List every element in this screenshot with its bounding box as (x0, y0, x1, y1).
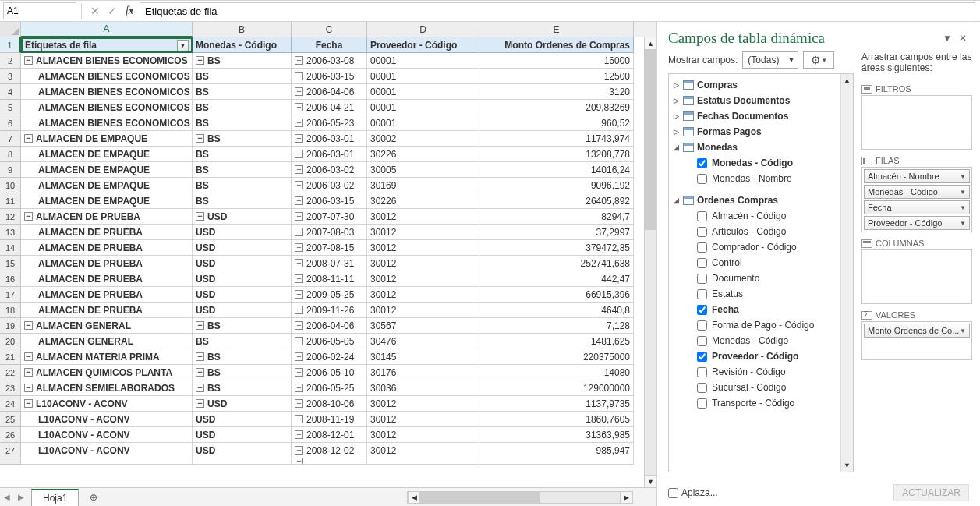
pivot-value-cell[interactable]: 13208,778 (479, 147, 634, 162)
enter-formula-icon[interactable]: ✓ (104, 2, 121, 19)
pivot-row-label[interactable]: ALMACEN GENERAL (21, 334, 193, 349)
expand-tree-icon[interactable]: ▷ (674, 112, 683, 120)
pivot-cell[interactable]: 30567 (367, 318, 479, 334)
pivot-cell[interactable]: −2006-03-01 (292, 147, 367, 162)
scroll-up-icon[interactable]: ▲ (841, 74, 853, 87)
pivot-row-label[interactable]: −ALMACEN QUIMICOS PLANTA (21, 365, 193, 380)
pivot-cell[interactable] (193, 458, 292, 465)
pivot-cell[interactable]: 30012 (367, 427, 479, 443)
pivot-row-label[interactable]: ALMACEN DE PRUEBA (21, 303, 193, 318)
pivot-cell[interactable]: −2008-10-06 (292, 396, 367, 412)
pivot-cell[interactable]: USD (193, 271, 292, 287)
pivot-value-cell[interactable]: 985,947 (479, 443, 634, 458)
area-item[interactable]: Proveedor - Código▼ (864, 216, 970, 230)
pivot-value-cell[interactable]: 26405,892 (479, 193, 634, 209)
pivot-cell[interactable]: −2009-05-25 (292, 287, 367, 303)
name-box[interactable]: ▼ (3, 2, 76, 19)
pivot-row-label[interactable]: ALMACEN DE EMPAQUE (21, 162, 193, 178)
pivot-cell[interactable]: 30012 (367, 225, 479, 240)
scroll-down-icon[interactable]: ▼ (841, 459, 853, 472)
pivot-cell[interactable]: 30012 (367, 209, 479, 225)
row-header[interactable]: 5 (0, 100, 21, 115)
scroll-down-icon[interactable]: ▼ (645, 475, 656, 487)
row-header[interactable]: 21 (0, 349, 21, 365)
field-list-scrollbar[interactable]: ▲ ▼ (840, 74, 853, 472)
pivot-cell[interactable]: 00001 (367, 115, 479, 131)
field-label[interactable]: Monedas - Código (712, 157, 793, 168)
pivot-value-cell[interactable]: 31363,985 (479, 427, 634, 443)
pivot-cell[interactable]: 30012 (367, 240, 479, 256)
collapse-icon[interactable]: − (295, 321, 303, 330)
pivot-value-cell[interactable]: 1137,9735 (479, 396, 634, 412)
pivot-cell[interactable]: USD (193, 412, 292, 427)
field-label[interactable]: Proveedor - Código (712, 351, 798, 362)
row-header[interactable]: 13 (0, 225, 21, 240)
field-table-label[interactable]: Estatus Documentos (697, 95, 790, 106)
row-header[interactable]: 4 (0, 84, 21, 100)
pivot-row-label[interactable]: ALMACEN DE EMPAQUE (21, 193, 193, 209)
pivot-value-cell[interactable]: 16000 (479, 53, 634, 69)
area-item[interactable]: Almacén - Nombre▼ (864, 169, 970, 183)
collapse-icon[interactable]: − (24, 384, 33, 392)
field-checkbox[interactable] (697, 336, 707, 346)
pivot-cell[interactable]: 30226 (367, 147, 479, 162)
field-checkbox[interactable] (697, 258, 707, 268)
pivot-cell[interactable]: BS (193, 115, 292, 131)
field-label[interactable]: Estatus (712, 288, 743, 299)
pivot-row-label[interactable]: −ALMACEN DE EMPAQUE (21, 131, 193, 147)
pivot-row-label[interactable]: ALMACEN DE EMPAQUE (21, 178, 193, 193)
collapse-icon[interactable]: − (295, 87, 303, 96)
collapse-icon[interactable]: − (295, 212, 303, 221)
pivot-cell[interactable]: − (292, 458, 367, 465)
pivot-value-cell[interactable]: 960,52 (479, 115, 634, 131)
select-all-cell[interactable] (0, 22, 21, 37)
pivot-cell[interactable]: −2006-04-06 (292, 84, 367, 100)
collapse-icon[interactable]: − (295, 165, 303, 174)
collapse-icon[interactable]: − (295, 415, 303, 423)
field-list-tools-button[interactable]: ⚙▾ (803, 51, 834, 69)
sheet-nav-prev-icon[interactable]: ▶ (14, 493, 28, 501)
pivot-cell[interactable]: −2006-03-15 (292, 193, 367, 209)
task-pane-options-icon[interactable]: ▼ (941, 32, 953, 44)
pivot-cell[interactable]: −2006-05-10 (292, 365, 367, 380)
expand-tree-icon[interactable]: ◢ (674, 196, 683, 204)
field-checkbox[interactable] (697, 242, 707, 253)
pivot-header[interactable]: Proveedor - Código (367, 37, 479, 53)
pivot-cell[interactable]: −2008-12-01 (292, 427, 367, 443)
field-list-item[interactable]: ▷Compras (669, 77, 853, 93)
row-header[interactable]: 1 (0, 37, 21, 53)
pivot-cell[interactable]: −2006-05-05 (292, 334, 367, 349)
collapse-icon[interactable]: − (295, 56, 303, 65)
pivot-cell[interactable]: 30012 (367, 303, 479, 318)
col-header-b[interactable]: B (193, 22, 292, 37)
field-table-label[interactable]: Fechas Documentos (697, 111, 788, 122)
pivot-cell[interactable]: 30002 (367, 131, 479, 147)
pivot-cell[interactable]: −2008-12-02 (292, 443, 367, 458)
field-checkbox[interactable] (697, 158, 707, 168)
pivot-cell[interactable]: BS (193, 69, 292, 84)
pivot-row-label[interactable]: ALMACEN DE PRUEBA (21, 287, 193, 303)
pivot-cell[interactable]: −BS (193, 318, 292, 334)
pivot-cell[interactable]: 30012 (367, 287, 479, 303)
pivot-row-label[interactable]: ALMACEN BIENES ECONOMICOS (21, 84, 193, 100)
field-label[interactable]: Revisión - Código (712, 366, 786, 377)
field-list-item[interactable]: ◢Ordenes Compras (669, 193, 853, 208)
pivot-row-label[interactable]: −ALMACEN GENERAL (21, 318, 193, 334)
pivot-cell[interactable]: −2006-04-06 (292, 318, 367, 334)
collapse-icon[interactable]: − (295, 103, 303, 111)
pivot-row-label[interactable]: −ALMACEN MATERIA PRIMA (21, 349, 193, 365)
field-label[interactable]: Control (712, 257, 742, 268)
pivot-cell[interactable]: 30012 (367, 412, 479, 427)
pivot-header[interactable]: Monedas - Código (193, 37, 292, 53)
collapse-icon[interactable]: − (24, 321, 33, 330)
pivot-cell[interactable]: −2007-08-15 (292, 240, 367, 256)
row-header[interactable]: 16 (0, 271, 21, 287)
pivot-value-cell[interactable]: 3120 (479, 84, 634, 100)
field-list-item[interactable]: Almacén - Código (669, 208, 853, 224)
pivot-cell[interactable]: BS (193, 162, 292, 178)
collapse-icon[interactable]: − (295, 72, 303, 80)
pivot-row-label[interactable]: ALMACEN BIENES ECONOMICOS (21, 69, 193, 84)
field-checkbox[interactable] (697, 174, 707, 184)
pivot-cell[interactable]: −2006-03-01 (292, 131, 367, 147)
row-header[interactable]: 25 (0, 412, 21, 427)
